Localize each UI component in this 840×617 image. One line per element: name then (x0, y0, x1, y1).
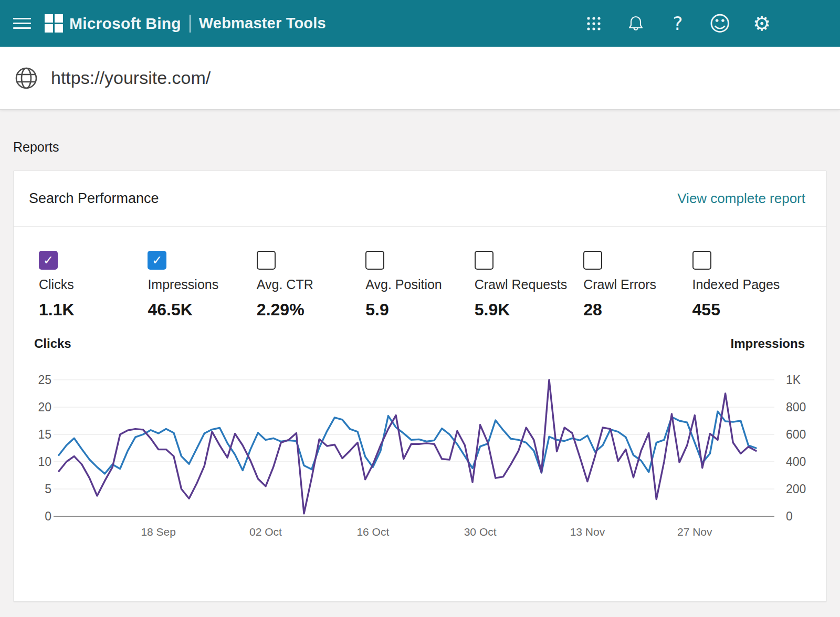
site-url[interactable]: https://yoursite.com/ (51, 68, 211, 88)
notifications-bell-icon[interactable] (628, 16, 644, 31)
metric-value: 5.9K (475, 300, 510, 320)
hamburger-menu-icon[interactable] (13, 15, 31, 32)
right-axis-tick: 400 (786, 455, 806, 469)
x-axis-tick: 27 Nov (677, 526, 712, 538)
left-axis-tick: 5 (45, 482, 51, 496)
checkbox-impressions[interactable]: ✓ (148, 251, 166, 270)
left-axis-tick: 0 (45, 509, 51, 523)
app-subtitle: Webmaster Tools (199, 15, 326, 32)
metric-crawl-errors: Crawl Errors28 (583, 251, 692, 320)
metric-indexed-pages: Indexed Pages455 (692, 251, 801, 320)
checkbox-indexed-pages[interactable] (692, 251, 711, 270)
metric-value: 46.5K (148, 300, 192, 320)
checkbox-avg-position[interactable] (365, 251, 384, 270)
left-axis-tick: 25 (38, 373, 51, 387)
right-axis-tick: 200 (786, 482, 806, 496)
x-axis-tick: 30 Oct (464, 526, 497, 538)
view-complete-report-link[interactable]: View complete report (677, 190, 805, 207)
page-title: Reports (13, 110, 827, 155)
metric-label: Avg. Position (365, 277, 442, 292)
x-axis-tick: 13 Nov (570, 526, 605, 538)
top-app-bar: Microsoft Bing Webmaster Tools ? ☺ ⚙ (0, 0, 840, 47)
metric-avg-ctr: Avg. CTR2.29% (257, 251, 365, 320)
metric-crawl-requests: Crawl Requests5.9K (475, 251, 583, 320)
microsoft-logo-icon (45, 14, 63, 33)
left-axis-tick: 20 (38, 400, 51, 414)
metric-label: Indexed Pages (692, 277, 780, 292)
performance-line-chart[interactable]: 005200104001560020800251K18 Sep02 Oct16 … (14, 320, 827, 571)
x-axis-tick: 16 Oct (356, 526, 389, 538)
metric-clicks: ✓Clicks1.1K (39, 251, 148, 320)
metric-value: 2.29% (257, 300, 304, 320)
apps-grid-icon[interactable] (586, 16, 602, 31)
checkbox-crawl-requests[interactable] (475, 251, 494, 270)
checkbox-crawl-errors[interactable] (583, 251, 602, 270)
site-selector-bar: https://yoursite.com/ (0, 47, 840, 110)
metric-label: Crawl Errors (583, 277, 656, 292)
feedback-smiley-icon[interactable]: ☺ (712, 16, 728, 31)
app-title: Microsoft Bing (69, 15, 181, 33)
metric-impressions: ✓Impressions46.5K (148, 251, 256, 320)
series-line-impressions (59, 380, 756, 514)
series-line-clicks (59, 411, 756, 474)
metric-avg-position: Avg. Position5.9 (365, 251, 474, 320)
left-axis-tick: 15 (38, 428, 51, 441)
metric-value: 28 (583, 300, 602, 320)
metric-label: Impressions (148, 277, 218, 292)
x-axis-tick: 18 Sep (141, 526, 176, 538)
metric-label: Crawl Requests (475, 277, 567, 292)
globe-icon (14, 66, 38, 90)
metric-value: 1.1K (39, 300, 75, 320)
chart-section: Clicks Impressions 005200104001560020800… (14, 320, 826, 571)
metric-label: Avg. CTR (257, 277, 313, 292)
metric-value: 455 (692, 300, 720, 320)
checkbox-clicks[interactable]: ✓ (39, 251, 58, 270)
left-axis-tick: 10 (38, 455, 51, 469)
search-performance-card: Search Performance View complete report … (13, 171, 827, 602)
metric-label: Clicks (39, 277, 74, 292)
card-title: Search Performance (29, 190, 159, 207)
right-axis-tick: 800 (786, 400, 806, 414)
title-separator (190, 15, 191, 33)
metrics-row: ✓Clicks1.1K✓Impressions46.5KAvg. CTR2.29… (14, 227, 826, 320)
right-axis-tick: 600 (786, 428, 806, 441)
settings-gear-icon[interactable]: ⚙ (754, 16, 770, 31)
x-axis-tick: 02 Oct (249, 526, 282, 538)
checkbox-avg-ctr[interactable] (257, 251, 276, 270)
help-question-icon[interactable]: ? (670, 16, 686, 31)
metric-value: 5.9 (365, 300, 388, 320)
right-axis-tick: 1K (786, 373, 801, 387)
right-axis-tick: 0 (786, 509, 793, 523)
